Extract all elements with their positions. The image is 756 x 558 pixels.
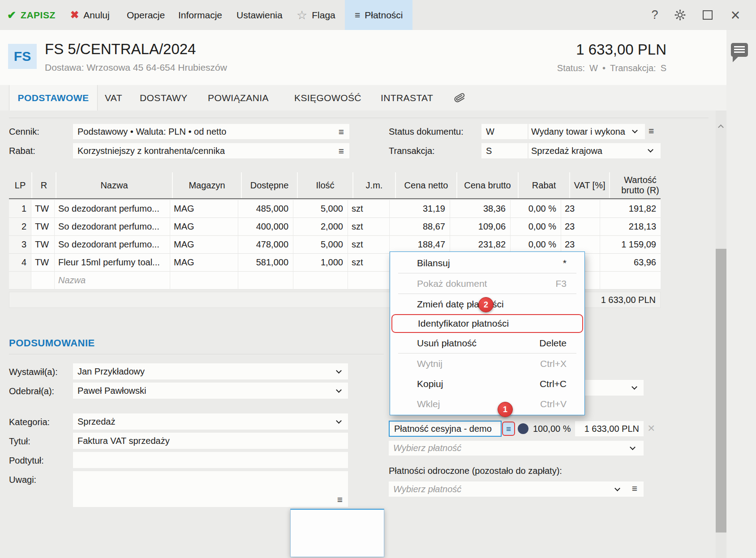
choose-payment-dropdown[interactable]: Wybierz płatność (389, 441, 644, 456)
notes-menu-icon[interactable]: ≡ (337, 495, 343, 504)
payments-panel-button[interactable]: ≡ Płatności (345, 0, 412, 30)
subtitle-input[interactable] (73, 452, 348, 468)
hamburger-icon: ≡ (355, 10, 360, 20)
issued-by-value: Jan Przykładowy (73, 366, 145, 377)
payment-menu-button[interactable]: ≡ (502, 422, 515, 436)
chevron-down-icon (632, 128, 638, 133)
deferred-payment-dropdown[interactable]: Wybierz płatność ≡ (389, 481, 644, 497)
cell-name: So dezodorant perfumo... (55, 218, 170, 236)
close-icon: × (730, 7, 740, 23)
settings-label: Ustawienia (236, 10, 283, 21)
vertical-scrollbar-thumb[interactable] (716, 249, 726, 532)
col-cena-brutto[interactable]: Cena brutto (457, 172, 518, 198)
cancel-button[interactable]: ✖ Anuluj (70, 0, 110, 30)
col-magazyn[interactable]: Magazyn (173, 172, 241, 198)
col-wartosc-brutto[interactable]: Wartość brutto (R) (610, 172, 670, 198)
category-label: Kategoria: (9, 417, 50, 427)
cell-magazyn: MAG (170, 254, 238, 272)
payment-status-dot (518, 423, 528, 434)
received-by-dropdown[interactable]: Paweł Pawłowski (73, 383, 348, 399)
title-input[interactable]: Faktura VAT sprzedaży (73, 433, 348, 449)
table-row[interactable]: 1 TW So dezodorant perfumo... MAG 485,00… (9, 200, 661, 218)
notes-textarea[interactable]: ≡ (73, 471, 348, 507)
menu-item-wytnij[interactable]: Wytnij Ctrl+X (390, 354, 584, 374)
table-row[interactable]: 3 TW So dezodorant perfumo... MAG 478,00… (9, 236, 661, 254)
transaction-code-field[interactable]: S (481, 143, 528, 158)
help-icon: ? (651, 8, 658, 22)
items-table-header: LP R Nazwa Magazyn Dostępne Ilość J.m. C… (9, 172, 661, 199)
cennik-field[interactable]: Podstawowy • Waluta: PLN • od netto ≡ (73, 124, 349, 139)
cell-jm: szt (348, 200, 390, 218)
col-dostepne[interactable]: Dostępne (242, 172, 297, 198)
col-rabat[interactable]: Rabat (519, 172, 569, 198)
payments-label: Płatności (365, 10, 403, 21)
dot-separator: • (602, 63, 606, 73)
col-vat[interactable]: VAT [%] (570, 172, 609, 198)
col-nazwa[interactable]: Nazwa (56, 172, 172, 198)
hamburger-icon: ≡ (506, 425, 511, 433)
app-settings-button[interactable] (671, 0, 689, 30)
menu-item-bilansuj[interactable]: Bilansuj * (390, 253, 584, 273)
help-button[interactable]: ? (646, 0, 664, 30)
chevron-down-icon (336, 387, 342, 393)
tab-intrastat[interactable]: INTRASTAT (381, 85, 433, 111)
col-ilosc[interactable]: Ilość (298, 172, 352, 198)
menu-item-label: Identyfikator płatności (418, 318, 509, 329)
clear-payment-icon[interactable]: × (648, 421, 655, 435)
payment-amount-field[interactable]: 1 633,00 PLN (575, 421, 644, 436)
cell-brutto: 231,82 (450, 236, 511, 254)
cell-lp: 2 (9, 218, 31, 236)
rabat-value: Korzystniejszy z kontrahenta/cennika (73, 146, 225, 156)
status-code-value: W (481, 127, 494, 137)
cell-jm (348, 272, 390, 290)
transaction-value-dropdown[interactable]: Sprzedaż krajowa (528, 143, 661, 158)
tab-ksiegowosc[interactable]: KSIĘGOWOŚĆ (294, 85, 361, 111)
comments-icon[interactable] (731, 43, 748, 57)
maximize-button[interactable] (699, 0, 717, 30)
tab-podstawowe[interactable]: PODSTAWOWE (9, 85, 98, 111)
chevron-down-icon (648, 147, 653, 153)
col-lp[interactable]: LP (9, 172, 31, 198)
close-button[interactable]: × (726, 0, 744, 30)
document-header: FS FS 5/CENTRALA/2024 Dostawa: Wrzosowa … (0, 30, 756, 85)
flag-label: Flaga (312, 10, 335, 21)
flag-button[interactable]: ☆ Flaga (296, 0, 335, 30)
payment-selected-field[interactable]: Płatność cesyjna - demo (389, 421, 502, 437)
maximize-icon (703, 10, 713, 20)
menu-item-kopiuj[interactable]: Kopiuj Ctrl+C (390, 374, 584, 394)
category-dropdown[interactable]: Sprzedaż (73, 413, 348, 430)
tab-dostawy[interactable]: DOSTAWY (140, 85, 188, 111)
rabat-field[interactable]: Korzystniejszy z kontrahenta/cennika ≡ (73, 143, 349, 158)
deferred-menu-icon[interactable]: ≡ (632, 484, 637, 493)
deferred-payment-placeholder: Wybierz płatność (389, 484, 461, 494)
step-1-badge: 1 (498, 402, 513, 417)
menu-item-pokaz-dokument[interactable]: Pokaż dokument F3 (390, 273, 584, 294)
menu-settings[interactable]: Ustawienia (236, 0, 283, 30)
tab-powiazania[interactable]: POWIĄZANIA (208, 85, 269, 111)
bottom-popup (290, 509, 384, 557)
col-jm[interactable]: J.m. (353, 172, 395, 198)
cennik-menu-icon[interactable]: ≡ (339, 127, 344, 136)
document-total-amount: 1 633,00 PLN (576, 41, 666, 58)
table-row[interactable]: 2 TW So dezodorant perfumo... MAG 400,00… (9, 218, 661, 236)
col-cena-netto[interactable]: Cena netto (396, 172, 456, 198)
col-r[interactable]: R (32, 172, 56, 198)
issued-by-dropdown[interactable]: Jan Przykładowy (73, 363, 348, 379)
menu-item-identyfikator-platnosci[interactable]: Identyfikator płatności (391, 314, 583, 333)
status-value-dropdown[interactable]: Wydany towar i wykona (528, 124, 645, 139)
menu-item-wklej[interactable]: Wklej Ctrl+V (390, 394, 584, 414)
save-button[interactable]: ✔ ZAPISZ (7, 0, 56, 30)
status-code-field[interactable]: W (481, 124, 528, 139)
new-item-name-input[interactable]: Nazwa (55, 272, 170, 290)
cell-lp: 1 (9, 200, 31, 218)
attachment-button[interactable] (453, 85, 466, 111)
menu-item-usun-platnosc[interactable]: Usuń płatność Delete (390, 333, 584, 353)
status-menu-icon[interactable]: ≡ (649, 126, 654, 136)
menu-information[interactable]: Informacje (178, 0, 222, 30)
tab-vat[interactable]: VAT (105, 85, 122, 111)
status-line: Status: W • Transakcja: S (557, 63, 666, 73)
chevron-down-icon (614, 486, 620, 491)
cell-netto: 88,67 (390, 218, 450, 236)
menu-operations[interactable]: Operacje (127, 0, 165, 30)
rabat-menu-icon[interactable]: ≡ (339, 146, 344, 156)
